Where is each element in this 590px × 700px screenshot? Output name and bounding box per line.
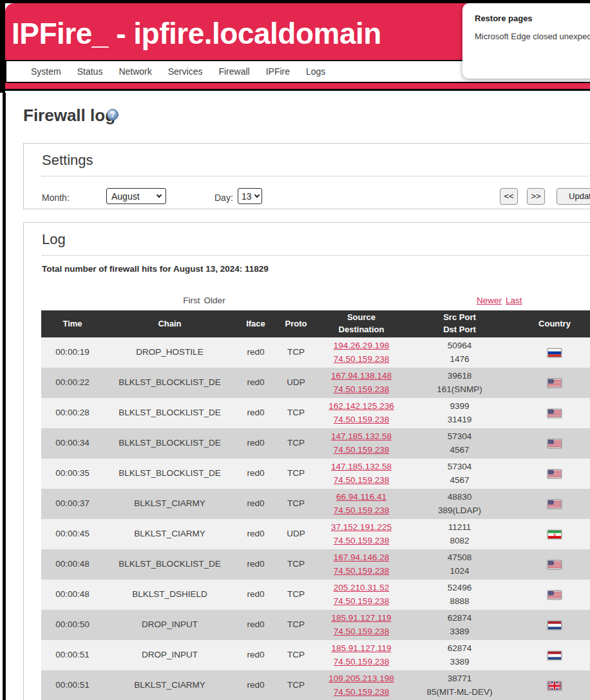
table-row: 00:00:45BLKLST_CIARMYred0UDP37.152.191.2… — [41, 519, 590, 549]
col-country: Country — [513, 310, 590, 337]
content-left-border — [3, 93, 6, 700]
cell-source-destination: 185.91.127.11974.50.159.238 — [316, 640, 406, 670]
cell-country — [513, 398, 590, 428]
cell-ports: 475081024 — [406, 549, 513, 580]
app-title: IPFire_ - ipfire.localdomain — [12, 16, 381, 51]
pagination-first: First — [183, 296, 200, 305]
country-flag-icon — [547, 620, 562, 629]
table-header-row: Time Chain Iface Proto Source Destinatio… — [41, 310, 590, 337]
menu-item-services[interactable]: Services — [168, 66, 203, 77]
cell-iface: red0 — [236, 610, 276, 640]
table-row: 00:00:22BLKLST_BLOCKLIST_DEred0UDP167.94… — [41, 368, 590, 398]
log-heading: Log — [42, 231, 590, 256]
table-row: 00:00:35BLKLST_BLOCKLIST_DEred0TCP147.18… — [41, 459, 590, 489]
cell-source-destination: 66.94.116.4174.50.159.238 — [316, 489, 406, 519]
source-ip-link[interactable]: 185.91.127.119 — [332, 643, 392, 653]
country-flag-icon — [547, 680, 562, 690]
pagination-newer-link[interactable]: Newer — [477, 296, 502, 305]
destination-ip-link[interactable]: 74.50.159.238 — [334, 687, 389, 697]
cell-time: 00:00:35 — [41, 459, 104, 489]
source-ip-link[interactable]: 194.26.29.198 — [334, 341, 389, 350]
menu-item-status[interactable]: Status — [77, 66, 103, 77]
destination-ip-link[interactable]: 74.50.159.238 — [334, 536, 389, 545]
menu-item-firewall[interactable]: Firewall — [218, 66, 249, 77]
update-button[interactable]: Update — [557, 188, 590, 205]
cell-iface: red0 — [236, 459, 276, 489]
country-flag-icon — [547, 408, 562, 417]
cell-proto: TCP — [276, 670, 316, 700]
log-table-body: 00:00:19DROP_HOSTILEred0TCP194.26.29.198… — [41, 337, 590, 700]
total-hits-text: Total number of firewall hits for August… — [42, 264, 269, 274]
source-ip-link[interactable]: 162.142.125.236 — [328, 401, 394, 411]
cell-iface: red0 — [236, 337, 276, 368]
source-ip-link[interactable]: 109.205.213.198 — [328, 674, 394, 683]
cell-source-destination: 167.94.138.14874.50.159.238 — [316, 368, 406, 398]
destination-ip-link[interactable]: 74.50.159.238 — [334, 627, 389, 636]
destination-ip-link[interactable]: 74.50.159.238 — [334, 506, 389, 515]
country-flag-icon — [547, 589, 562, 599]
cell-country — [513, 549, 590, 580]
cell-proto: TCP — [276, 549, 316, 580]
source-ip-link[interactable]: 147.185.132.58 — [331, 431, 392, 441]
next-day-button[interactable]: >> — [527, 188, 545, 205]
source-ip-link[interactable]: 167.94.138.148 — [331, 371, 392, 381]
cell-time: 00:00:37 — [41, 489, 104, 519]
cell-proto: TCP — [276, 428, 316, 459]
cell-chain: BLKLST_BLOCKLIST_DE — [104, 398, 236, 428]
source-ip-link[interactable]: 185.91.127.119 — [332, 613, 392, 623]
cell-source-destination: 147.185.132.5874.50.159.238 — [316, 459, 406, 489]
cell-ports: 939931419 — [406, 398, 513, 428]
restore-pages-message: Microsoft Edge closed unexpect — [475, 32, 590, 41]
cell-chain: BLKLST_CIARMY — [104, 670, 236, 700]
source-ip-link[interactable]: 37.152.191.225 — [331, 522, 392, 532]
destination-ip-link[interactable]: 74.50.159.238 — [334, 445, 389, 455]
cell-proto: TCP — [276, 640, 316, 670]
chevron-down-icon — [254, 193, 259, 198]
cell-chain: BLKLST_BLOCKLIST_DE — [104, 428, 236, 459]
day-select[interactable]: 13 — [238, 188, 262, 204]
menu-item-ipfire[interactable]: IPFire — [266, 66, 290, 77]
destination-ip-link[interactable]: 74.50.159.238 — [334, 566, 389, 576]
cell-source-destination: 194.26.29.19874.50.159.238 — [316, 337, 406, 368]
cell-source-destination: 167.94.146.2874.50.159.238 — [316, 549, 406, 580]
cell-source-destination: 185.91.127.11974.50.159.238 — [316, 610, 406, 640]
destination-ip-link[interactable]: 74.50.159.238 — [334, 354, 389, 364]
source-ip-link[interactable]: 147.185.132.58 — [331, 462, 392, 471]
cell-iface: red0 — [236, 368, 276, 398]
settings-section: Settings Month: August Day: 13 << >> Upd… — [23, 143, 590, 209]
country-flag-icon — [547, 438, 562, 448]
source-ip-link[interactable]: 205.210.31.52 — [334, 583, 389, 592]
help-icon[interactable]: ? — [107, 109, 119, 120]
previous-day-button[interactable]: << — [500, 188, 518, 205]
menu-item-network[interactable]: Network — [119, 66, 151, 77]
pagination-last-link[interactable]: Last — [506, 296, 522, 305]
country-flag-icon — [547, 468, 562, 478]
menu-item-logs[interactable]: Logs — [306, 66, 325, 77]
cell-time: 00:00:51 — [41, 670, 104, 700]
country-flag-icon — [547, 498, 562, 508]
cell-iface: red0 — [236, 489, 276, 519]
source-ip-link[interactable]: 66.94.116.41 — [336, 492, 386, 502]
destination-ip-link[interactable]: 74.50.159.238 — [334, 415, 389, 424]
cell-proto: TCP — [276, 459, 316, 489]
col-proto: Proto — [276, 310, 316, 337]
cell-time: 00:00:50 — [41, 610, 104, 640]
cell-ports: 524968888 — [406, 580, 513, 610]
cell-source-destination: 162.142.125.23674.50.159.238 — [316, 398, 406, 428]
month-select[interactable]: August — [106, 188, 166, 204]
menu-item-system[interactable]: System — [31, 66, 61, 77]
destination-ip-link[interactable]: 74.50.159.238 — [334, 384, 389, 394]
source-ip-link[interactable]: 167.94.146.28 — [334, 553, 389, 562]
cell-proto: TCP — [276, 398, 316, 428]
cell-proto: TCP — [276, 610, 316, 640]
table-row: 00:00:28BLKLST_BLOCKLIST_DEred0TCP162.14… — [41, 398, 590, 428]
cell-proto: UDP — [276, 519, 316, 549]
destination-ip-link[interactable]: 74.50.159.238 — [334, 657, 389, 667]
col-source-destination: Source Destination — [316, 310, 406, 337]
col-ports: Src Port Dst Port — [406, 310, 513, 337]
destination-ip-link[interactable]: 74.50.159.238 — [334, 475, 389, 485]
window-frame-left — [0, 0, 5, 93]
destination-ip-link[interactable]: 74.50.159.238 — [334, 596, 389, 606]
cell-chain: BLKLST_CIARMY — [104, 519, 236, 549]
cell-chain: DROP_INPUT — [104, 640, 236, 670]
